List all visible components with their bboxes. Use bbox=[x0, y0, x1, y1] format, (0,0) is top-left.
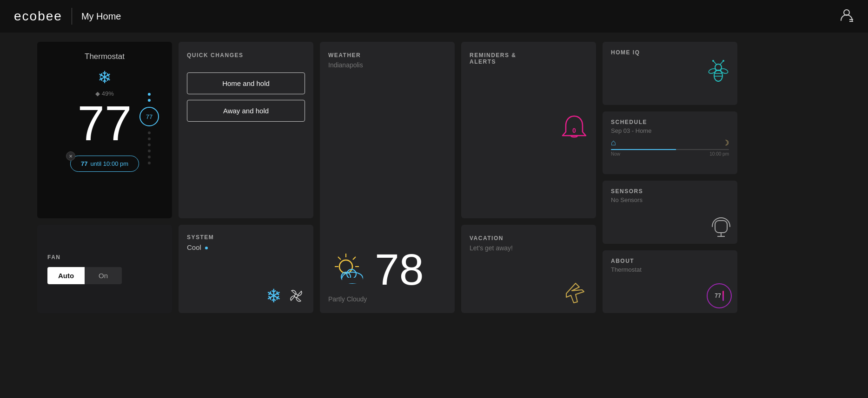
sch-bar bbox=[611, 149, 729, 150]
header-divider bbox=[72, 8, 72, 25]
weather-body: 78 Partly Cloudy bbox=[328, 69, 446, 303]
sdot4 bbox=[148, 137, 151, 140]
about-sub-card[interactable]: ABOUT Thermostat 77 bbox=[603, 250, 737, 313]
abt-title: ABOUT bbox=[611, 258, 729, 264]
plane-wrapper bbox=[563, 281, 590, 307]
reminders-main-card[interactable]: REMINDERS &ALERTS 0 bbox=[461, 42, 596, 218]
sen-subtitle: No Sensors bbox=[611, 196, 729, 203]
homeiq-sub-card[interactable]: HOME IQ bbox=[603, 42, 737, 105]
bell-svg: 0 bbox=[560, 113, 589, 145]
abt-thermo-bar bbox=[722, 291, 724, 301]
svg-point-16 bbox=[339, 260, 352, 273]
svg-line-18 bbox=[353, 257, 356, 260]
thermo-snowflake: ❄ bbox=[98, 68, 112, 87]
sdot6 bbox=[148, 150, 151, 152]
main-layout: Thermostat 77 ❄ ◆ 49% 77 ✕ 77 until 10:0… bbox=[0, 33, 868, 322]
fan-label: FAN bbox=[47, 254, 162, 261]
cancel-hold-x[interactable]: ✕ bbox=[66, 151, 75, 161]
sys-snowflake: ❄ bbox=[266, 285, 282, 307]
system-mode-row: Cool bbox=[187, 243, 305, 251]
bell-count-text: 0 bbox=[572, 127, 576, 134]
svg-line-21 bbox=[338, 257, 341, 260]
sch-moon: ☽ bbox=[722, 138, 729, 147]
svg-line-34 bbox=[720, 61, 723, 65]
plane-svg bbox=[563, 281, 590, 306]
sch-house: ⌂ bbox=[611, 138, 616, 148]
quick-changes-main: QUICK CHANGES Home and hold Away and hol… bbox=[179, 42, 313, 218]
svg-point-15 bbox=[295, 294, 298, 298]
sch-timeline: ⌂ ☽ Now 10:00 pm bbox=[611, 138, 729, 157]
side-dots: 77 bbox=[148, 93, 159, 164]
logo: ecobee bbox=[14, 9, 62, 24]
system-main-title: SYSTEM bbox=[187, 234, 305, 241]
system-main-card[interactable]: SYSTEM Cool ❄ bbox=[179, 225, 313, 313]
header: ecobee My Home bbox=[0, 0, 868, 33]
vac-subtitle: Let's get away! bbox=[470, 244, 588, 252]
sdot1 bbox=[148, 93, 151, 96]
hold-pill-temp: 77 bbox=[81, 160, 87, 167]
right-stack: HOME IQ SCHEDULE Sep 03 - Home bbox=[603, 42, 737, 313]
set-temp-circle[interactable]: 77 bbox=[139, 107, 159, 126]
main-temp-display: 77 bbox=[78, 98, 132, 149]
sdot7 bbox=[148, 156, 151, 158]
sensor-icon-wrap bbox=[710, 216, 732, 239]
sch-time: 10:00 pm bbox=[709, 151, 729, 157]
hiq-sub-title: HOME IQ bbox=[611, 49, 729, 56]
sys-fan-svg bbox=[285, 285, 307, 307]
svg-point-35 bbox=[722, 60, 724, 62]
header-left: ecobee My Home bbox=[14, 8, 121, 25]
set-temp-circle-val: 77 bbox=[146, 113, 152, 120]
weather-condition: Partly Cloudy bbox=[328, 295, 446, 303]
sch-sub-title: SCHEDULE bbox=[611, 119, 729, 125]
away-hold-btn[interactable]: Away and hold bbox=[187, 100, 305, 122]
schedule-sub-card[interactable]: SCHEDULE Sep 03 - Home ⌂ ☽ Now 10:00 pm bbox=[603, 111, 737, 175]
sen-title: SENSORS bbox=[611, 188, 729, 195]
vacation-main-card[interactable]: VACATION Let's get away! bbox=[461, 225, 596, 313]
sdot5 bbox=[148, 144, 151, 146]
weather-display: 78 bbox=[328, 248, 446, 292]
sys-mode-val: Cool bbox=[187, 243, 201, 251]
weather-cloud-icon bbox=[328, 249, 370, 291]
qc-title: QUICK CHANGES bbox=[187, 52, 305, 59]
hold-pill[interactable]: ✕ 77 until 10:00 pm bbox=[70, 156, 139, 172]
weather-temp-val: 78 bbox=[375, 248, 424, 292]
sdot8 bbox=[148, 162, 151, 164]
thermo-heading: Thermostat bbox=[85, 52, 125, 61]
qc-buttons: Home and hold Away and hold bbox=[187, 72, 305, 122]
bell-wrapper: 0 bbox=[560, 113, 589, 147]
hold-pill-text: until 10:00 pm bbox=[90, 160, 128, 167]
svg-rect-36 bbox=[715, 221, 727, 233]
weather-city: Indianapolis bbox=[328, 61, 446, 69]
weather-main-card[interactable]: WEATHER Indianapolis bbox=[320, 42, 455, 313]
fan-on-btn[interactable]: On bbox=[85, 267, 122, 284]
bee-wrapper bbox=[705, 59, 732, 88]
abt-temp-val: 77 bbox=[715, 293, 721, 299]
sdot3 bbox=[148, 131, 151, 134]
abt-subtitle: Thermostat bbox=[611, 266, 729, 273]
sdot2 bbox=[148, 99, 151, 102]
weather-title: WEATHER bbox=[328, 52, 446, 59]
home-label: My Home bbox=[81, 11, 121, 22]
fan-main-card: FAN Auto On bbox=[37, 225, 172, 313]
fan-auto-btn[interactable]: Auto bbox=[47, 267, 85, 284]
sch-labels: Now 10:00 pm bbox=[611, 151, 729, 157]
bee-svg bbox=[705, 59, 732, 86]
vac-title: VACATION bbox=[470, 235, 588, 241]
sys-cool-dot bbox=[205, 247, 208, 249]
rem-title: REMINDERS &ALERTS bbox=[470, 52, 588, 65]
about-thermo-circle: 77 bbox=[707, 283, 732, 308]
sch-icons: ⌂ ☽ bbox=[611, 138, 729, 148]
sensors-sub-card[interactable]: SENSORS No Sensors bbox=[603, 181, 737, 244]
svg-line-32 bbox=[714, 61, 716, 65]
thermostat-main-card[interactable]: Thermostat 77 ❄ ◆ 49% 77 ✕ 77 until 10:0… bbox=[37, 42, 172, 218]
sensor-svg bbox=[710, 216, 732, 237]
svg-rect-25 bbox=[342, 278, 363, 283]
sys-icons-row: ❄ bbox=[266, 285, 307, 307]
svg-point-33 bbox=[712, 60, 714, 62]
weather-icon-col bbox=[328, 249, 370, 291]
home-hold-btn[interactable]: Home and hold bbox=[187, 72, 305, 94]
sch-date: Sep 03 - Home bbox=[611, 127, 729, 134]
sch-now: Now bbox=[611, 151, 620, 157]
user-menu-icon[interactable] bbox=[839, 7, 854, 26]
fan-toggle-group: Auto On bbox=[47, 267, 122, 284]
